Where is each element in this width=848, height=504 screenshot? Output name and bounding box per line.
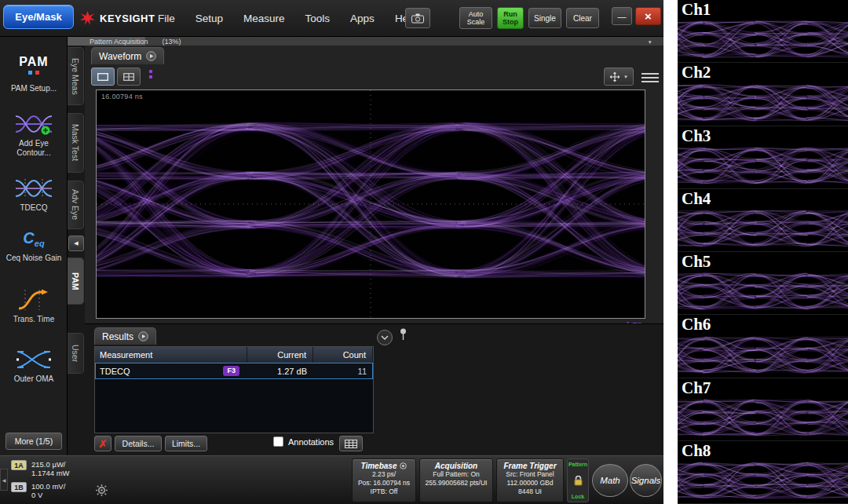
results-table-header: Measurement Current Count bbox=[95, 347, 373, 363]
pan-zoom-button[interactable]: ▼ bbox=[604, 68, 634, 86]
chevron-down-icon bbox=[381, 335, 389, 340]
details-label: Details... bbox=[122, 439, 155, 448]
timebase-toggle-icon[interactable] bbox=[400, 462, 407, 469]
annotations-checkbox[interactable] bbox=[273, 436, 283, 447]
sidebar-item-trans-time[interactable]: Trans. Time bbox=[0, 287, 68, 324]
menu-apps[interactable]: Apps bbox=[340, 13, 385, 24]
tdecq-eye-icon bbox=[0, 175, 68, 202]
sidebar-item-tdecq[interactable]: TDECQ bbox=[0, 175, 68, 213]
signals-button[interactable]: Signals bbox=[630, 464, 662, 497]
channel-block-7: Ch7 bbox=[678, 378, 848, 441]
channel-block-8: Ch8 bbox=[678, 441, 848, 504]
col-count[interactable]: Count bbox=[313, 347, 373, 363]
sidebar-item-outer-oma[interactable]: Outer OMA bbox=[0, 346, 68, 384]
waveform-tab-label: Waveform bbox=[99, 51, 141, 62]
channel-badge[interactable]: 1A bbox=[11, 460, 27, 470]
results-context-icon[interactable] bbox=[138, 331, 148, 341]
markers-icon[interactable] bbox=[149, 70, 152, 79]
pattern-lock-indicator[interactable]: Pattern Lock bbox=[567, 458, 589, 502]
frame-trigger-ui: 8448 UI bbox=[497, 488, 563, 496]
eye-diagram bbox=[97, 90, 645, 318]
more-measurements-button[interactable]: More (1/5) bbox=[5, 433, 62, 450]
run-stop-button[interactable]: Run Stop bbox=[497, 7, 524, 29]
screenshot-button[interactable] bbox=[405, 8, 430, 28]
channel-1a-control[interactable]: 1A 215.0 µW/ 1.1744 mW bbox=[11, 460, 70, 477]
prev-channels-button[interactable]: ◀ bbox=[0, 469, 8, 491]
menu-measure[interactable]: Measure bbox=[233, 13, 295, 24]
col-measurement[interactable]: Measurement bbox=[95, 347, 247, 363]
tab-user[interactable]: User bbox=[68, 333, 84, 374]
math-button[interactable]: Math bbox=[592, 464, 628, 497]
menu-file[interactable]: File bbox=[148, 13, 185, 24]
more-label: More (1/5) bbox=[15, 436, 53, 446]
channel-label: Ch4 bbox=[682, 189, 711, 209]
menu-setup[interactable]: Setup bbox=[185, 13, 233, 24]
pan-dropdown-icon[interactable]: ▼ bbox=[623, 75, 628, 79]
collapse-results-button[interactable] bbox=[377, 330, 393, 345]
ceq-icon: Ceq bbox=[0, 225, 68, 252]
channel-1b-control[interactable]: 1B 100.0 mV/ 0 V bbox=[11, 482, 65, 499]
display-grid-icon bbox=[123, 73, 134, 81]
details-button[interactable]: Details... bbox=[115, 436, 162, 451]
tab-label: Adv Eye bbox=[71, 189, 80, 220]
waveform-context-icon[interactable] bbox=[146, 51, 156, 61]
table-config-button[interactable] bbox=[339, 436, 363, 451]
pin-results-button[interactable] bbox=[399, 328, 408, 344]
acquisition-label: Pattern Acquisition bbox=[90, 38, 148, 46]
mode-button[interactable]: Eye/Mask bbox=[3, 5, 74, 29]
status-bar: ◀ 1A 215.0 µW/ 1.1744 mW 1B 100.0 mV/ 0 … bbox=[0, 455, 663, 504]
tab-pam[interactable]: PAM bbox=[68, 257, 84, 305]
minimize-button[interactable]: — bbox=[612, 7, 632, 25]
results-tab-label: Results bbox=[102, 331, 133, 342]
timebase-position: Pos: 16.00794 ns bbox=[353, 479, 415, 488]
category-tab-strip: Eye Meas Mask Test Adv Eye ◀ PAM User bbox=[68, 46, 85, 455]
channel-label: Ch8 bbox=[682, 441, 711, 461]
screen: Eye/Mask KEYSIGHT File Setup Measure Too… bbox=[0, 0, 848, 504]
source-badge: F3 bbox=[223, 366, 239, 376]
timebase-panel[interactable]: Timebase 2.23 ps/ Pos: 16.00794 ns IPTB:… bbox=[352, 458, 416, 502]
eye-diagram-ch7 bbox=[678, 395, 848, 440]
clear-button[interactable]: Clear bbox=[566, 8, 599, 28]
eye-diagram-ch1 bbox=[678, 16, 848, 62]
sidebar-item-pam-setup[interactable]: PAM PAM Setup... bbox=[0, 46, 68, 93]
acquisition-panel[interactable]: Acquisition Full Pattern: On 255.9900568… bbox=[419, 458, 493, 502]
run-label: Run bbox=[503, 10, 517, 18]
col-current[interactable]: Current bbox=[247, 347, 313, 363]
tab-adv-eye[interactable]: Adv Eye bbox=[68, 181, 84, 229]
close-button[interactable]: × bbox=[635, 7, 661, 25]
frame-trigger-panel[interactable]: Frame Trigger Src: Front Panel 112.00000… bbox=[496, 458, 564, 502]
sidebar-item-ceq-noise-gain[interactable]: Ceq Ceq Noise Gain bbox=[0, 225, 68, 263]
frame-trigger-rate: 112.00000 GBd bbox=[497, 479, 563, 488]
eye-diagram-plot[interactable]: 16.00794 ns bbox=[96, 89, 645, 319]
sidebar-item-add-eye-contour[interactable]: Add Eye Contour... bbox=[0, 111, 68, 158]
pin-icon bbox=[399, 328, 408, 341]
channel-badge[interactable]: 1B bbox=[11, 482, 27, 492]
single-display-button[interactable] bbox=[91, 68, 115, 86]
acquisition-dropdown-icon[interactable]: ▼ bbox=[648, 39, 652, 45]
limits-button[interactable]: Limits... bbox=[165, 436, 207, 451]
frame-trigger-source: Src: Front Panel bbox=[497, 470, 563, 479]
auto-scale-button[interactable]: Auto Scale bbox=[459, 7, 492, 29]
tab-results[interactable]: Results bbox=[94, 327, 156, 345]
table-row[interactable]: TDECQ F3 1.27 dB 11 bbox=[95, 363, 373, 379]
eye-diagram-ch8 bbox=[678, 458, 848, 503]
single-button[interactable]: Single bbox=[528, 8, 561, 28]
trans-time-icon bbox=[0, 287, 68, 313]
waveform-panel: Waveform bbox=[85, 46, 663, 323]
eye-diagram-ch5 bbox=[678, 268, 848, 314]
tab-waveform[interactable]: Waveform bbox=[91, 47, 164, 64]
minimize-icon: — bbox=[618, 12, 627, 21]
split-display-button[interactable] bbox=[117, 68, 141, 86]
keysight-spark-icon bbox=[80, 11, 95, 26]
menu-tools[interactable]: Tools bbox=[295, 13, 341, 24]
run-controls: Auto Scale Run Stop Single Clear bbox=[459, 7, 599, 29]
delete-measurement-button[interactable]: ✗ bbox=[94, 436, 111, 451]
timebase-iptb: IPTB: Off bbox=[353, 488, 415, 496]
tab-eye-meas[interactable]: Eye Meas bbox=[68, 47, 84, 105]
collapse-sidebar-button[interactable]: ◀ bbox=[68, 236, 84, 251]
channel-settings-button[interactable] bbox=[96, 484, 108, 499]
acquisition-percent: (13%) bbox=[163, 38, 181, 46]
tab-mask-test[interactable]: Mask Test bbox=[68, 113, 84, 173]
window-buttons: — × bbox=[612, 7, 661, 25]
panel-menu-button[interactable] bbox=[641, 68, 659, 86]
